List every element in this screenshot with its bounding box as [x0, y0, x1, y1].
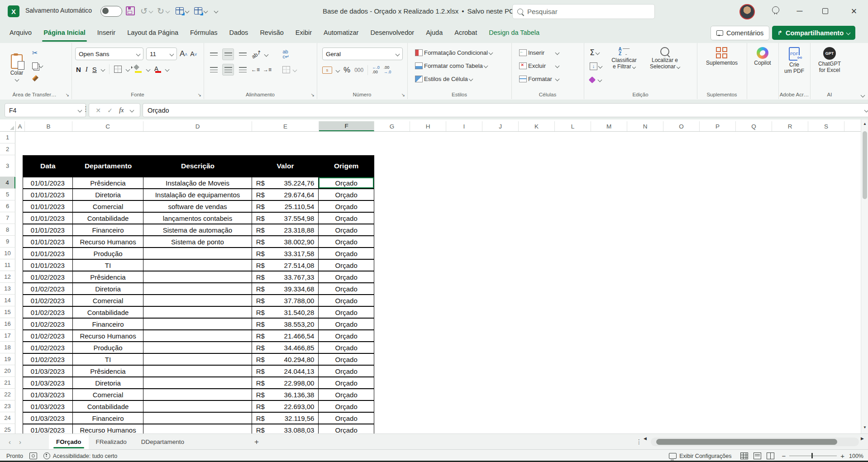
column-header-P[interactable]: P — [700, 121, 736, 131]
formula-bar-grip[interactable]: ⋮ — [82, 105, 89, 113]
alignment-dialog-launcher[interactable]: ↘ — [311, 92, 315, 97]
row-header-22[interactable]: 22 — [0, 389, 15, 400]
row-header-9[interactable]: 9 — [0, 236, 15, 248]
column-header-G[interactable]: G — [374, 121, 410, 131]
increase-indent-button[interactable]: →≡ — [263, 67, 272, 73]
table-cell[interactable]: Orçado — [319, 260, 374, 271]
table-cell[interactable] — [143, 342, 252, 353]
table-cell[interactable]: Orçado — [319, 401, 374, 412]
table-cell[interactable] — [143, 260, 252, 271]
table-cell[interactable]: Orçado — [319, 283, 374, 294]
table-cell[interactable]: R$33.767,33 — [252, 271, 319, 282]
redo-chevron-icon[interactable] — [165, 9, 170, 13]
table-cell[interactable]: software de vendas — [143, 201, 252, 212]
confirm-entry-icon[interactable]: ✓ — [107, 107, 113, 114]
column-header-I[interactable]: I — [446, 121, 482, 131]
search-input[interactable]: Pesquisar — [512, 4, 655, 19]
paste-button[interactable]: Colar — [3, 50, 31, 81]
grow-font-button[interactable]: A˄ — [180, 49, 187, 58]
font-name-select[interactable]: Open Sans — [75, 48, 143, 60]
close-button[interactable]: × — [844, 0, 864, 22]
column-header-Q[interactable]: Q — [736, 121, 772, 131]
table-cell[interactable]: Sistema de automação — [143, 224, 252, 235]
table-cell[interactable]: R$25.110,54 — [252, 201, 319, 212]
row-header-13[interactable]: 13 — [0, 283, 15, 295]
table-cell[interactable]: Produção — [73, 248, 144, 259]
row-header-4[interactable]: 4 — [0, 177, 15, 189]
align-center-button[interactable] — [222, 64, 234, 76]
column-header-O[interactable]: O — [663, 121, 700, 131]
table-cell[interactable] — [143, 413, 252, 424]
cut-button[interactable]: ✂ — [31, 48, 44, 58]
table-tool-chevron-icon[interactable] — [185, 9, 189, 13]
table-cell[interactable] — [143, 307, 252, 318]
percent-style-button[interactable]: % — [343, 66, 350, 75]
undo-chevron-icon[interactable] — [148, 9, 153, 13]
table-cell[interactable]: Orçado — [319, 295, 374, 306]
table-cell[interactable]: R$22.998,00 — [252, 377, 319, 388]
collapse-ribbon-chevron-icon[interactable] — [861, 93, 865, 98]
autosave-toggle[interactable] — [100, 6, 122, 17]
delete-cells-button[interactable]: Excluir — [518, 60, 584, 71]
table-col-header-departamento[interactable]: Departamento — [73, 162, 144, 170]
table-cell[interactable]: Produção — [73, 342, 144, 353]
view-normal-button[interactable] — [740, 452, 748, 459]
table-cell[interactable]: R$31.540,28 — [252, 307, 319, 318]
align-left-button[interactable] — [208, 64, 219, 75]
comments-button[interactable]: Comentários — [711, 26, 769, 40]
font-color-chevron-icon[interactable] — [165, 67, 169, 71]
save-status[interactable]: Salvo neste PC — [467, 7, 514, 15]
table-cell[interactable]: 01/01/2023 — [23, 213, 73, 224]
row-header-24[interactable]: 24 — [0, 412, 15, 424]
table-cell[interactable]: 01/02/2023 — [23, 295, 73, 306]
table-cell[interactable]: 01/03/2023 — [23, 401, 73, 412]
ribbon-tab-exibir[interactable]: Exibir — [290, 22, 318, 43]
wrap-text-button[interactable]: abc↵ — [282, 49, 289, 59]
table-cell[interactable]: Recurso Humanos — [73, 330, 144, 341]
column-header-E[interactable]: E — [252, 121, 319, 131]
font-size-select[interactable]: 11 — [146, 48, 177, 60]
table-cell[interactable]: Financeiro — [73, 319, 144, 329]
row-header-2[interactable]: 2 — [0, 143, 15, 155]
table-cell[interactable]: 01/01/2023 — [23, 201, 73, 212]
table-cell[interactable]: 01/01/2023 — [23, 248, 73, 259]
avatar[interactable] — [739, 4, 755, 19]
merge-center-chevron-icon[interactable] — [293, 67, 297, 72]
table-cell[interactable]: R$33.317,58 — [252, 248, 319, 259]
copilot-button[interactable]: Copilot — [747, 43, 778, 67]
row-header-6[interactable]: 6 — [0, 200, 15, 212]
table-col-header-data[interactable]: Data — [23, 162, 73, 170]
table-cell[interactable]: Orçado — [319, 413, 374, 424]
find-select-button[interactable]: Localizar eSelecionar — [644, 43, 686, 70]
scroll-up-icon[interactable]: ▲ — [863, 122, 867, 126]
column-header-F[interactable]: F — [319, 121, 374, 131]
table-cell[interactable]: Orçado — [319, 189, 374, 200]
table-cell[interactable]: Orçado — [319, 389, 374, 400]
tab-scroll-grip[interactable]: ⋮ — [636, 438, 642, 445]
clipboard-dialog-launcher[interactable]: ↘ — [66, 92, 69, 97]
row-header-3[interactable]: 3 — [0, 155, 15, 177]
table-cell[interactable]: 01/01/2023 — [23, 224, 73, 235]
table-cell[interactable] — [143, 377, 252, 388]
decrease-indent-button[interactable]: ←≡ — [251, 67, 260, 73]
table-cell[interactable]: R$40.294,80 — [252, 354, 319, 365]
table-cell[interactable]: 01/01/2023 — [23, 177, 73, 188]
restore-button[interactable] — [815, 0, 835, 22]
column-header-D[interactable]: D — [143, 121, 252, 131]
accounting-format-button[interactable]: $ — [322, 67, 332, 74]
table-cell[interactable]: Instalação de Moveis — [143, 177, 252, 188]
table-cell[interactable]: R$39.334,68 — [252, 283, 319, 294]
table-cell[interactable] — [143, 248, 252, 259]
table-cell[interactable]: Orçado — [319, 354, 374, 365]
row-header-16[interactable]: 16 — [0, 318, 15, 330]
table-tool2-icon[interactable] — [194, 7, 202, 14]
table-cell[interactable]: Orçado — [319, 307, 374, 318]
addins-button[interactable]: Suplementos — [697, 43, 747, 67]
table-cell[interactable]: Diretoria — [73, 377, 144, 388]
table-cell[interactable]: 01/02/2023 — [23, 307, 73, 318]
row-header-7[interactable]: 7 — [0, 212, 15, 224]
formula-input[interactable]: Orçado — [143, 103, 868, 117]
ribbon-tab-desenvolvedor[interactable]: Desenvolvedor — [364, 22, 420, 43]
redo-icon[interactable]: ↻ — [157, 6, 164, 16]
display-settings-button[interactable]: Exibir Configurações — [669, 453, 731, 459]
